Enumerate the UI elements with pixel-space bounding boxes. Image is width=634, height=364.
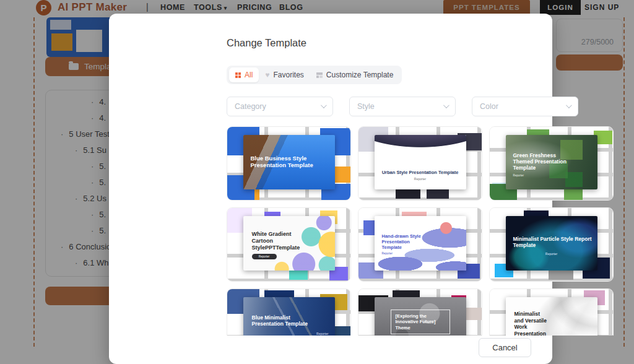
page: P AI PPT Maker | HOME TOOLS▾ PRICING BLO…	[0, 0, 634, 364]
template-cover: Blue Minimalist Presentation Template Re…	[243, 297, 335, 336]
template-title: White Gradient Cartoon StylePPTTemplate	[243, 216, 335, 251]
template-cover: Urban Style Presentation Template Report…	[375, 135, 466, 189]
template-card[interactable]: Urban Style Presentation Template Report…	[358, 126, 482, 201]
tab-customize-template[interactable]: Customize Template	[310, 67, 400, 82]
template-cover: Green Freshness Themed Presentation Temp…	[506, 135, 597, 189]
grid-icon	[235, 72, 241, 78]
chevron-down-icon	[443, 102, 449, 108]
category-select[interactable]: Category	[227, 97, 333, 116]
template-title: Minimalist Particle Style Report Templat…	[506, 216, 597, 248]
template-card[interactable]: Blue Minimalist Presentation Template Re…	[227, 288, 351, 336]
template-subtitle: Reporter	[506, 171, 597, 177]
template-subtitle: Reporter	[506, 252, 597, 256]
style-select[interactable]: Style	[349, 97, 456, 116]
tab-favorites-label: Favorites	[273, 71, 303, 79]
tab-favorites[interactable]: ♥ Favorites	[259, 67, 310, 82]
chevron-down-icon	[321, 102, 327, 108]
heart-icon: ♥	[265, 71, 269, 79]
category-select-placeholder: Category	[235, 102, 266, 111]
template-card[interactable]: White Gradient Cartoon StylePPTTemplate …	[227, 207, 351, 282]
template-title: [Exploring the Innovative Future] Theme	[391, 310, 450, 334]
tab-all-label: All	[245, 71, 253, 79]
change-template-modal: Change Template × All ♥ Favorites Custom…	[109, 14, 552, 364]
template-title: Hand-drawn Style Presentation Template	[375, 216, 466, 250]
template-cover: [Exploring the Innovative Future] Theme …	[375, 297, 466, 336]
template-subtitle: Reporter	[243, 327, 335, 336]
layout-icon	[316, 72, 323, 78]
color-select[interactable]: Color	[472, 97, 578, 116]
template-card[interactable]: [Exploring the Innovative Future] Theme …	[358, 288, 482, 336]
template-title: Blue Business Style Presentation Templat…	[243, 135, 335, 168]
filter-row: Category Style Color	[227, 97, 578, 116]
template-tabs: All ♥ Favorites Customize Template	[227, 66, 402, 84]
template-card[interactable]: Hand-drawn Style Presentation Template R…	[358, 207, 482, 282]
tab-customize-label: Customize Template	[326, 71, 394, 79]
cancel-button[interactable]: Cancel	[479, 338, 531, 357]
template-cover: Minimalist Particle Style Report Templat…	[506, 216, 597, 271]
template-card[interactable]: Blue Business Style Presentation Templat…	[227, 126, 351, 201]
template-cover: Minimalist and Versatile Work Presentati…	[506, 297, 597, 336]
template-grid: Blue Business Style Presentation Templat…	[227, 126, 614, 336]
color-select-placeholder: Color	[480, 102, 498, 111]
template-cover: Hand-drawn Style Presentation Template R…	[375, 216, 466, 271]
template-title: Green Freshness Themed Presentation Temp…	[506, 135, 597, 171]
template-cover: Blue Business Style Presentation Templat…	[243, 135, 335, 189]
template-card[interactable]: Minimalist Particle Style Report Templat…	[489, 207, 614, 282]
template-subtitle: Reporter	[252, 254, 277, 259]
tab-all[interactable]: All	[229, 67, 259, 82]
template-cover: White Gradient Cartoon StylePPTTemplate …	[243, 216, 335, 271]
template-title: Urban Style Presentation Template	[375, 135, 466, 175]
template-card[interactable]: Green Freshness Themed Presentation Temp…	[489, 126, 614, 201]
modal-title: Change Template	[227, 37, 306, 49]
style-select-placeholder: Style	[357, 102, 375, 111]
template-title: Minimalist and Versatile Work Presentati…	[506, 297, 597, 336]
chevron-down-icon	[566, 102, 572, 108]
template-subtitle: Reporter	[375, 250, 466, 255]
template-card[interactable]: Minimalist and Versatile Work Presentati…	[489, 288, 614, 336]
template-subtitle: Reporter	[375, 177, 466, 181]
template-title: Blue Minimalist Presentation Template	[243, 297, 335, 327]
